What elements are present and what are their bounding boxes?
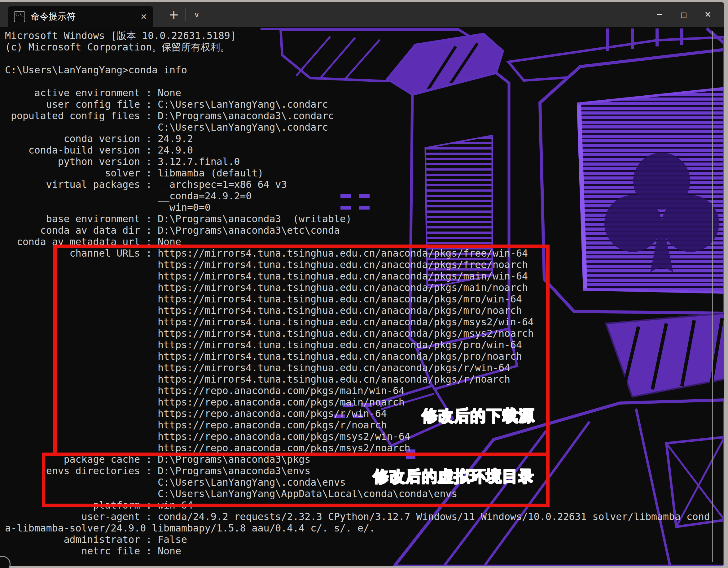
terminal-scrollbar[interactable]: [712, 31, 713, 562]
tab-divider: [185, 8, 186, 21]
annotation-label-envs-dirs: 修改后的虚拟环境目录: [373, 466, 534, 487]
titlebar-drag-area: [205, 2, 647, 27]
tab-dropdown-chevron-icon[interactable]: ∨: [188, 10, 205, 19]
cmd-prompt-icon: C:\_: [14, 11, 25, 22]
annotation-label-download-source: 修改后的下载源: [422, 405, 535, 426]
minimize-button[interactable]: ─: [647, 2, 672, 27]
tab-close-icon[interactable]: ✕: [140, 12, 147, 21]
tab-command-prompt[interactable]: C:\_ 命令提示符 ✕: [8, 6, 153, 27]
new-tab-button[interactable]: +: [165, 7, 182, 22]
tab-title: 命令提示符: [31, 11, 135, 23]
desktop: { "window": { "tab": { "icon_label": "C:…: [0, 0, 728, 568]
close-button[interactable]: ✕: [696, 2, 720, 27]
maximize-button[interactable]: □: [672, 2, 696, 27]
title-bar: C:\_ 命令提示符 ✕ + ∨ ─ □ ✕: [0, 2, 724, 27]
